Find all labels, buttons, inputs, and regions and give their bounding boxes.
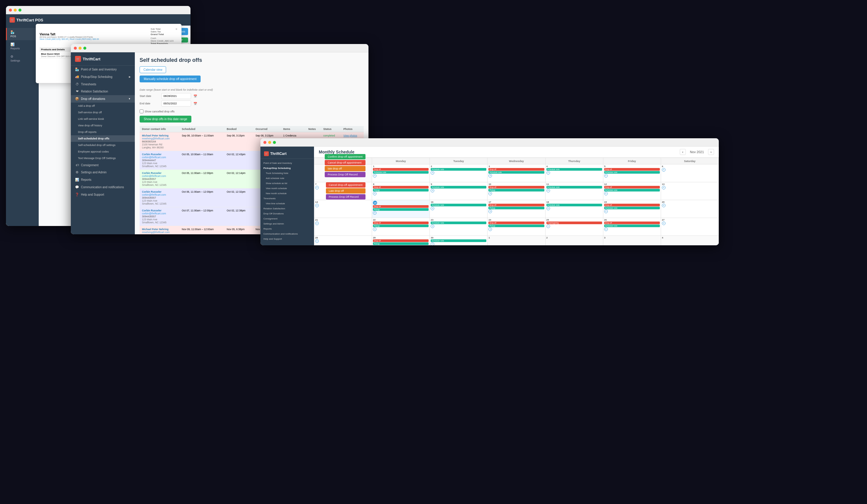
cal-add-event[interactable]: + <box>431 242 434 245</box>
cal-event[interactable]: Drop off <box>604 186 660 188</box>
cal-maximize[interactable] <box>273 141 276 144</box>
dropoff-minimize[interactable] <box>78 47 82 50</box>
cal-add-event[interactable]: + <box>373 174 376 177</box>
cal-event[interactable]: Drop off <box>489 221 544 224</box>
cal-next-btn[interactable]: › <box>708 149 714 155</box>
nav-pos[interactable]: 🏪 Point of Sale and Inventory <box>71 66 135 73</box>
cal-day[interactable]: 30 Schedule note + <box>430 236 488 245</box>
cal-event[interactable]: Schedule note <box>604 224 660 227</box>
nav-reports-main[interactable]: 📊 Reports <box>71 176 135 184</box>
cal-add-event[interactable]: + <box>373 228 376 231</box>
nav-communication[interactable]: 💬 Communication and notifications <box>71 184 135 191</box>
nav-text-message[interactable]: Text Message Drop Off Settings <box>71 155 135 162</box>
cal-add-event[interactable]: + <box>315 186 319 189</box>
end-date-input[interactable] <box>161 100 191 107</box>
cal-nav-timesheets[interactable]: Timesheets <box>260 196 314 201</box>
manually-schedule-btn[interactable]: Manually schedule drop off appointment <box>140 76 201 83</box>
cal-nav-new-month[interactable]: New month schedule <box>260 191 314 196</box>
cal-day[interactable]: 13 + <box>661 182 719 200</box>
cal-add-event[interactable]: + <box>489 228 492 231</box>
cal-event[interactable]: Schedule note <box>604 207 660 209</box>
cal-close[interactable] <box>264 141 266 144</box>
cal-event[interactable]: Thanksgiving <box>546 221 602 224</box>
late-dropoff-btn-1[interactable]: late drop off <box>325 166 365 171</box>
cal-event[interactable]: Schedule note <box>431 204 486 206</box>
cal-day[interactable]: 10 Drop off Pickup + <box>488 182 545 200</box>
cal-day[interactable]: 21 + <box>314 218 372 236</box>
cal-nav-add-note[interactable]: Add schedule note <box>260 176 314 181</box>
nav-pickup[interactable]: 🚚 Pickup/Stop Scheduling ▶ <box>71 73 135 80</box>
start-date-input[interactable] <box>161 93 191 99</box>
cal-day[interactable]: 12 Drop off Schedule note + <box>603 182 661 200</box>
process-dropoff-btn-1[interactable]: Process Drop Off Record <box>325 172 365 177</box>
cal-day[interactable]: 1 Drop off Schedule note + <box>372 164 430 182</box>
cal-add-event[interactable]: + <box>546 207 550 210</box>
cal-add-event[interactable]: + <box>662 168 665 172</box>
cal-event[interactable]: Schedule note <box>546 186 602 188</box>
cal-event[interactable]: Pickup <box>489 224 544 227</box>
cal-nav-dropoff[interactable]: Drop Off Donations <box>260 211 314 216</box>
cal-day[interactable]: 28 + <box>314 236 372 245</box>
cal-minimize[interactable] <box>268 141 271 144</box>
late-dropoff-btn-2[interactable]: Late drop off <box>326 188 365 194</box>
cal-add-event[interactable]: + <box>431 224 434 228</box>
cal-event[interactable]: Pickup <box>489 207 544 209</box>
cal-event[interactable]: Drop off <box>604 168 660 171</box>
cal-nav-truck[interactable]: Truck Scheduling Note <box>260 171 314 176</box>
dropoff-maximize[interactable] <box>83 47 86 50</box>
cal-add-event[interactable]: + <box>489 174 492 177</box>
cal-add-event[interactable]: + <box>546 171 550 175</box>
cal-add-event[interactable]: + <box>662 186 665 189</box>
cal-event[interactable]: Schedule note <box>489 171 544 174</box>
nav-dropoff[interactable]: 📦 Drop off donations ▼ <box>71 95 135 102</box>
cancel-dropoff-btn-2[interactable]: Cancel drop-off appointment <box>326 182 365 188</box>
nav-relation[interactable]: ❤ Relation Satisfaction <box>71 88 135 95</box>
nav-self-scheduled[interactable]: Self-scheduled drop offs <box>71 135 135 142</box>
cal-event[interactable]: Schedule note <box>431 168 486 171</box>
cal-nav-settings[interactable]: Settings and Admin <box>260 221 314 226</box>
nav-timesheets[interactable]: ⏱ Timesheets <box>71 80 135 88</box>
cal-add-event[interactable]: + <box>489 210 492 213</box>
cal-day[interactable]: 6 + <box>661 164 719 182</box>
cal-event[interactable]: Drop off <box>604 204 660 206</box>
nav-consignment[interactable]: 🏷 Consignment <box>71 162 135 168</box>
cal-event[interactable]: Schedule note <box>431 221 486 224</box>
cal-nav-view-time[interactable]: View time schedule <box>260 201 314 206</box>
cal-day[interactable]: 22 Drop off Pickup + <box>372 218 430 236</box>
cal-add-event[interactable]: + <box>315 239 319 243</box>
cal-nav-reports[interactable]: Reports <box>260 226 314 231</box>
cal-day[interactable]: 19 Drop off Schedule note + <box>603 200 661 218</box>
process-dropoff-btn-2[interactable]: Process Drop Off Record <box>326 194 365 199</box>
dropoff-close[interactable] <box>74 47 77 50</box>
cal-add-event[interactable]: + <box>373 211 376 215</box>
cal-nav-relation[interactable]: Relation Satisfaction <box>260 206 314 211</box>
calendar-view-button[interactable]: Calendar view <box>140 66 166 73</box>
cal-event[interactable]: Pickup <box>373 208 429 211</box>
cal-event[interactable]: Schedule note <box>431 186 486 188</box>
cal-event[interactable]: Drop off <box>604 221 660 224</box>
nav-add-dropoff[interactable]: Add a drop off <box>71 102 135 109</box>
cal-add-event[interactable]: + <box>315 221 319 225</box>
cal-day[interactable]: 4 Schedule note + <box>546 164 603 182</box>
cal-day[interactable]: 20 + <box>661 200 719 218</box>
nav-view-history[interactable]: View drop off history <box>71 122 135 129</box>
manual-schedule-btn[interactable]: Manually schedule drop off appointment <box>140 76 364 86</box>
pos-nav-reports[interactable]: 📊 Reports <box>6 40 39 52</box>
nav-help[interactable]: ❓ Help and Support <box>71 191 135 198</box>
cal-event[interactable]: Pickup <box>489 189 544 191</box>
cal-add-event[interactable]: + <box>489 192 492 195</box>
cal-add-event[interactable]: + <box>373 192 376 195</box>
cal-day[interactable]: 9 Schedule note + <box>430 182 488 200</box>
nav-employee-codes[interactable]: Employee approval codes <box>71 149 135 155</box>
cal-day[interactable]: 29 Drop off Pickup + <box>372 236 430 245</box>
cal-nav-show-list[interactable]: Show schedule as list <box>260 181 314 186</box>
cal-event[interactable]: Schedule note <box>373 171 429 174</box>
cal-day[interactable]: 26 Drop off Schedule note + <box>603 218 661 236</box>
cal-add-event[interactable]: + <box>546 189 550 193</box>
cal-event[interactable]: Schedule note <box>546 168 602 171</box>
cal-day[interactable]: 27 + <box>661 218 719 236</box>
cal-day[interactable]: 16 Schedule note + <box>430 200 488 218</box>
nav-self-service[interactable]: Self-service drop off <box>71 109 135 116</box>
view-photos-link[interactable]: View photos <box>343 134 357 137</box>
cal-event[interactable]: Pickup <box>373 224 429 227</box>
